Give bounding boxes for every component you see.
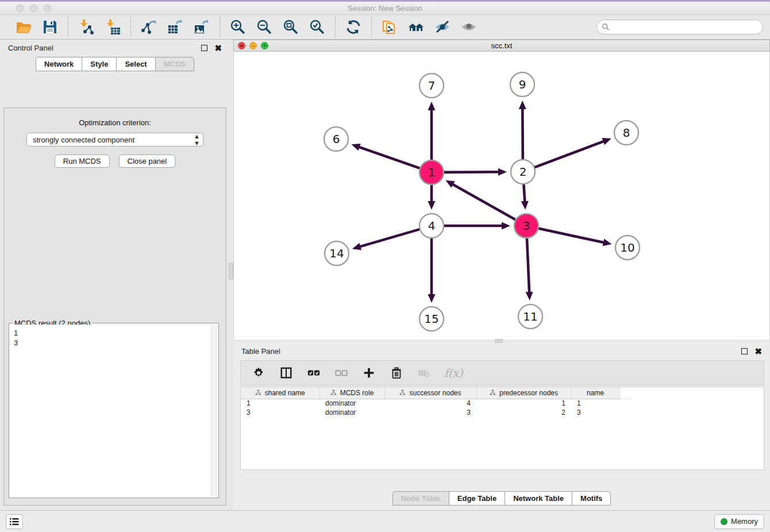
network-canvas[interactable]: 7968124314101511 xyxy=(233,52,770,340)
zoom-selected-button[interactable] xyxy=(308,18,326,36)
graph-node-11[interactable]: 11 xyxy=(518,304,542,329)
graph-edge-1-6[interactable] xyxy=(351,144,421,168)
network-from-selection-button[interactable] xyxy=(380,18,399,36)
criterion-dropdown[interactable]: strongly connected component ▲▼ xyxy=(26,133,203,147)
table-cell[interactable]: 4 xyxy=(384,399,476,408)
graph-edge-2-3[interactable] xyxy=(521,183,529,210)
network-graph[interactable]: 7968124314101511 xyxy=(234,52,769,340)
table-cell[interactable]: 1 xyxy=(241,399,319,408)
show-task-history-button[interactable] xyxy=(6,514,23,529)
network-window-titlebar[interactable]: ✕ – ＋ scc.txt xyxy=(233,40,770,52)
network-maximize-button[interactable]: ＋ xyxy=(261,42,268,49)
table-cell[interactable]: 1 xyxy=(476,399,571,408)
run-mcds-button[interactable]: Run MCDS xyxy=(55,155,110,168)
table-row[interactable]: 3dominator323 xyxy=(241,408,631,417)
table-cell[interactable]: dominator xyxy=(319,408,384,417)
graph-node-10[interactable]: 10 xyxy=(615,236,640,260)
zoom-out-button[interactable] xyxy=(255,18,274,36)
mcds-result-list[interactable]: 13 xyxy=(10,325,210,496)
home-houses-icon xyxy=(407,18,425,36)
graph-edge-1-7[interactable] xyxy=(428,102,436,161)
search-box[interactable] xyxy=(596,20,763,34)
network-close-button[interactable]: ✕ xyxy=(238,42,245,49)
graph-edge-4-14[interactable] xyxy=(352,229,421,250)
tab-network-table[interactable]: Network Table xyxy=(505,491,572,506)
graph-node-14[interactable]: 14 xyxy=(325,241,349,265)
export-image-button[interactable] xyxy=(192,18,211,36)
float-panel-icon[interactable] xyxy=(201,45,207,51)
graph-edge-2-9[interactable] xyxy=(519,101,526,160)
create-column-button[interactable] xyxy=(361,365,376,380)
graph-node-9[interactable]: 9 xyxy=(510,72,534,97)
show-all-button[interactable] xyxy=(460,18,478,36)
close-window-button[interactable] xyxy=(16,5,24,12)
column-header-MCDS-role[interactable]: MCDS role xyxy=(319,387,384,399)
table-cell[interactable]: 3 xyxy=(241,408,319,417)
graph-node-8[interactable]: 8 xyxy=(614,121,638,145)
memory-button[interactable]: Memory xyxy=(714,514,764,529)
graph-edge-4-3[interactable] xyxy=(443,222,510,230)
table-cell[interactable]: 2 xyxy=(476,408,571,417)
delete-column-button[interactable] xyxy=(389,365,404,380)
table-cell[interactable]: dominator xyxy=(319,399,384,408)
zoom-in-button[interactable] xyxy=(229,18,247,36)
tab-mcds[interactable]: MCDS xyxy=(155,57,194,71)
save-session-button[interactable] xyxy=(41,18,59,36)
column-header-predecessor-nodes[interactable]: predecessor nodes xyxy=(476,387,571,399)
graph-node-2[interactable]: 2 xyxy=(511,160,535,184)
column-header-shared-name[interactable]: shared name xyxy=(241,387,319,399)
float-table-panel-icon[interactable] xyxy=(741,348,748,354)
close-panel-button[interactable]: Close panel xyxy=(119,155,176,168)
graph-edge-3-11[interactable] xyxy=(526,237,533,300)
graph-node-15[interactable]: 15 xyxy=(419,307,444,331)
search-input[interactable] xyxy=(613,21,763,33)
minimize-window-button[interactable] xyxy=(30,5,37,12)
node-label: 14 xyxy=(329,246,344,260)
tab-node-table[interactable]: Node Table xyxy=(392,491,449,506)
export-network-button[interactable] xyxy=(140,18,158,36)
graph-edge-2-8[interactable] xyxy=(534,138,611,168)
graph-node-4[interactable]: 4 xyxy=(419,214,444,238)
tab-select[interactable]: Select xyxy=(116,57,155,71)
open-session-button[interactable] xyxy=(14,18,33,36)
column-header-name[interactable]: name xyxy=(571,387,619,399)
zoom-window-button[interactable] xyxy=(44,5,51,12)
graph-edge-1-2[interactable] xyxy=(443,168,507,176)
close-table-panel-icon[interactable]: ✖ xyxy=(754,348,762,354)
tab-motifs[interactable]: Motifs xyxy=(572,491,611,506)
table-cell[interactable]: 1 xyxy=(571,399,619,408)
hide-selected-button[interactable] xyxy=(433,18,452,36)
export-table-button[interactable] xyxy=(166,18,184,36)
graph-edge-4-15[interactable] xyxy=(428,237,436,303)
graph-edge-1-4[interactable] xyxy=(428,184,436,210)
table-cell[interactable]: 3 xyxy=(384,408,476,417)
window-traffic-lights[interactable] xyxy=(16,5,51,12)
graph-node-3[interactable]: 3 xyxy=(514,214,538,238)
graph-edge-3-10[interactable] xyxy=(538,228,612,246)
table-cell[interactable]: 3 xyxy=(571,408,619,417)
table-row[interactable]: 1dominator411 xyxy=(241,399,631,408)
graph-node-7[interactable]: 7 xyxy=(419,74,444,98)
canvas-splitter-handle[interactable] xyxy=(495,339,503,343)
apply-layout-button[interactable] xyxy=(344,18,363,36)
first-neighbors-button[interactable] xyxy=(407,18,425,36)
result-scrollbar[interactable] xyxy=(211,325,217,496)
vertical-splitter-handle[interactable] xyxy=(229,263,233,279)
zoom-fit-button[interactable] xyxy=(282,18,300,36)
select-all-columns-button[interactable] xyxy=(306,365,321,380)
close-panel-icon[interactable]: ✖ xyxy=(214,45,222,51)
import-network-button[interactable] xyxy=(77,18,95,36)
graph-node-1[interactable]: 1 xyxy=(419,160,444,184)
show-column-button[interactable] xyxy=(279,365,294,380)
network-minimize-button[interactable]: – xyxy=(249,42,257,49)
column-header-successor-nodes[interactable]: successor nodes xyxy=(384,387,476,399)
tab-edge-table[interactable]: Edge Table xyxy=(449,491,505,506)
tab-style[interactable]: Style xyxy=(82,57,116,71)
node-table[interactable]: shared nameMCDS rolesuccessor nodesprede… xyxy=(240,387,764,470)
tab-network[interactable]: Network xyxy=(36,57,82,71)
import-table-button[interactable] xyxy=(103,18,122,36)
unselect-all-columns-button[interactable] xyxy=(334,365,349,380)
table-settings-button[interactable] xyxy=(251,365,266,380)
graph-edge-3-1[interactable] xyxy=(445,180,516,220)
graph-node-6[interactable]: 6 xyxy=(324,127,348,151)
